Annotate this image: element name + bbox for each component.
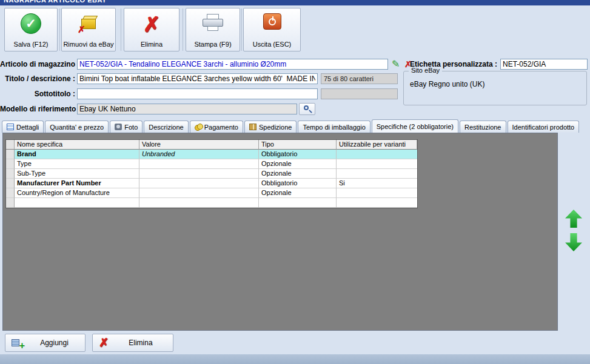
window-title: NAGRAFICA ARTICOLO EBAY [4, 0, 107, 4]
remove-from-ebay-button[interactable]: Rimuovi da eBay [61, 8, 116, 51]
spec-table-rows: BrandUnbrandedObbligatorioTypeOpzionaleS… [6, 150, 417, 208]
cell-varianti[interactable] [337, 198, 417, 208]
edit-pencil-icon[interactable] [392, 59, 400, 70]
tab-label: Identificatori prodotto [512, 124, 575, 131]
cell-nome-specifica[interactable]: Brand [15, 150, 139, 159]
tab[interactable]: Foto [110, 121, 142, 133]
tab[interactable]: Identificatori prodotto [508, 121, 580, 133]
cell-nome-specifica[interactable]: Sub-Type [15, 169, 139, 179]
toolbar-separator [241, 8, 242, 51]
row-selector[interactable] [6, 179, 15, 188]
tab[interactable]: Restituzione [460, 121, 506, 133]
tab[interactable]: Pagamento [190, 121, 243, 133]
move-down-arrow-button[interactable] [565, 233, 582, 251]
delete-button[interactable]: Elimina [124, 8, 179, 51]
tab[interactable]: Dettagli [2, 121, 44, 133]
tab-label: Descrizione [149, 124, 183, 131]
delete-x-icon [143, 13, 161, 35]
header-valore: Valore [139, 140, 259, 150]
tab[interactable]: Quantita' e prezzo [45, 121, 109, 133]
tab-label: Spedizione [259, 124, 292, 131]
delete-x-small-icon [99, 337, 109, 349]
row-selector[interactable] [6, 169, 15, 179]
remove-from-ebay-label: Rimuovi da eBay [63, 41, 113, 48]
delete-spec-button[interactable]: Elimina [92, 334, 173, 352]
header-nome-specifica: Nome specifica [15, 140, 139, 150]
title-bar: NAGRAFICA ARTICOLO EBAY [0, 0, 590, 5]
add-spec-label: Aggiungi [24, 339, 85, 347]
tab-strip: DettagliQuantita' e prezzoFotoDescrizion… [2, 119, 580, 133]
tab-label: Quantita' e prezzo [50, 124, 104, 131]
cell-tipo[interactable]: Opzionale [259, 188, 337, 198]
sottotitolo-input[interactable] [77, 88, 318, 99]
cell-nome-specifica[interactable]: Country/Region of Manufacture [15, 188, 139, 198]
tab-label: Restituzione [464, 124, 501, 131]
cell-valore[interactable] [139, 198, 259, 208]
cell-tipo[interactable]: Opzionale [259, 169, 337, 179]
add-spec-button[interactable]: Aggiungi [5, 334, 85, 352]
articolo-input[interactable] [77, 59, 388, 70]
print-button-label: Stampa (F9) [194, 41, 231, 48]
tab-label: Foto [124, 124, 138, 131]
tab[interactable]: Descrizione [144, 121, 188, 133]
details-icon [7, 124, 14, 130]
titolo-label: Titolo / descrizione : [0, 73, 75, 84]
titolo-char-counter: 75 di 80 caratteri [321, 73, 398, 84]
save-button-label: Salva (F12) [14, 41, 49, 48]
table-row[interactable]: Manufacturer Part NumberObbligatorioSi [6, 179, 417, 188]
search-icon [303, 105, 312, 113]
cell-tipo[interactable]: Obbligatorio [259, 150, 337, 159]
tab-label: Specifiche (2 obbligatorie) [377, 123, 454, 130]
cell-varianti[interactable] [337, 188, 417, 198]
cell-tipo[interactable] [259, 198, 337, 208]
table-row[interactable]: BrandUnbrandedObbligatorio [6, 150, 417, 159]
header-row-selector [6, 140, 15, 150]
sito-ebay-groupbox: Sito eBay eBay Regno unito (UK) [403, 71, 587, 105]
cell-nome-specifica[interactable]: Type [15, 159, 139, 169]
header-tipo: Tipo [259, 140, 337, 150]
table-row[interactable]: TypeOpzionale [6, 159, 417, 169]
sito-ebay-group-title: Sito eBay [409, 67, 442, 74]
modello-input[interactable] [77, 104, 297, 114]
row-selector[interactable] [6, 198, 15, 208]
move-up-arrow-button[interactable] [565, 210, 582, 228]
tab[interactable]: Tempo di imballaggio [298, 121, 370, 133]
row-selector[interactable] [6, 159, 15, 169]
tab[interactable]: Specifiche (2 obbligatorie) [372, 119, 458, 133]
cell-valore[interactable] [139, 169, 259, 179]
payment-icon [195, 124, 202, 130]
cell-valore[interactable] [139, 188, 259, 198]
cell-tipo[interactable]: Obbligatorio [259, 179, 337, 188]
delete-spec-label: Elimina [109, 339, 173, 347]
cell-nome-specifica[interactable] [15, 198, 139, 208]
table-row[interactable] [6, 198, 417, 208]
bottom-strip [0, 354, 590, 364]
modello-search-button[interactable] [299, 103, 315, 115]
exit-button[interactable]: Uscita (ESC) [243, 8, 301, 51]
cell-valore[interactable]: Unbranded [139, 150, 259, 159]
print-button[interactable]: Stampa (F9) [186, 8, 240, 51]
cell-varianti[interactable] [337, 169, 417, 179]
add-plus-icon [12, 337, 24, 348]
row-selector[interactable] [6, 150, 15, 159]
tab[interactable]: Spedizione [244, 121, 297, 133]
cell-varianti[interactable] [337, 159, 417, 169]
save-button[interactable]: Salva (F12) [4, 8, 58, 51]
table-row[interactable]: Country/Region of ManufactureOpzionale [6, 188, 417, 198]
table-row[interactable]: Sub-TypeOpzionale [6, 169, 417, 179]
cell-valore[interactable] [139, 159, 259, 169]
cell-valore[interactable] [139, 179, 259, 188]
printer-icon [201, 13, 224, 33]
etichetta-input[interactable] [500, 59, 588, 70]
spec-table: Nome specifica Valore Tipo Utilizzabile … [5, 139, 418, 208]
cell-tipo[interactable]: Opzionale [259, 159, 337, 169]
header-varianti: Utilizzabile per varianti [337, 140, 417, 150]
cell-varianti[interactable] [337, 150, 417, 159]
titolo-input[interactable] [77, 73, 318, 84]
tab-label: Tempo di imballaggio [303, 124, 365, 131]
cell-varianti[interactable]: Si [337, 179, 417, 188]
save-check-icon [21, 13, 41, 34]
articolo-label: Articolo di magazzino : [0, 59, 75, 70]
row-selector[interactable] [6, 188, 15, 198]
cell-nome-specifica[interactable]: Manufacturer Part Number [15, 179, 139, 188]
